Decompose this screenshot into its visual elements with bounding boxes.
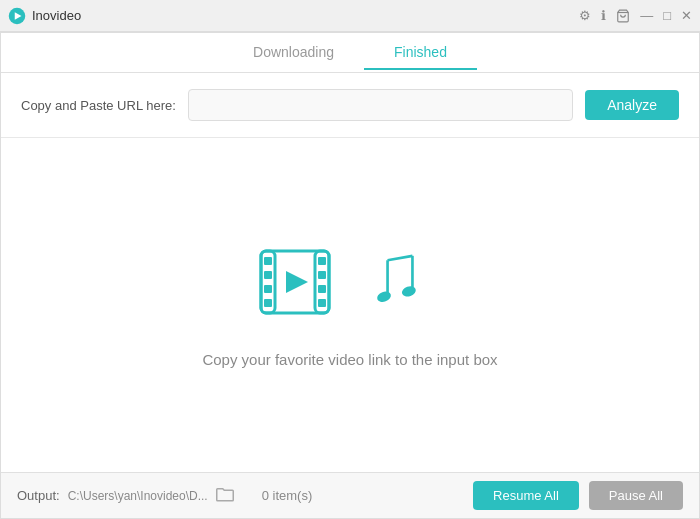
svg-rect-7 — [264, 271, 272, 279]
url-label: Copy and Paste URL here: — [21, 98, 176, 113]
items-count: 0 item(s) — [262, 488, 313, 503]
title-bar-left: Inovideo — [8, 7, 81, 25]
bottom-left: Output: C:\Users\yan\Inovideo\D... 0 ite… — [17, 486, 312, 506]
cart-icon[interactable] — [616, 9, 630, 23]
svg-line-17 — [387, 256, 412, 260]
music-note-icon — [368, 245, 448, 320]
svg-rect-13 — [318, 299, 326, 307]
output-path: C:\Users\yan\Inovideo\D... — [68, 489, 208, 503]
maximize-icon[interactable]: □ — [663, 8, 671, 23]
svg-rect-9 — [264, 299, 272, 307]
app-icon — [8, 7, 26, 25]
svg-rect-6 — [264, 257, 272, 265]
tab-downloading[interactable]: Downloading — [223, 36, 364, 70]
folder-icon[interactable] — [216, 486, 234, 506]
close-icon[interactable]: ✕ — [681, 8, 692, 23]
empty-state-message: Copy your favorite video link to the inp… — [202, 351, 497, 368]
tab-finished[interactable]: Finished — [364, 36, 477, 70]
bottom-right: Resume All Pause All — [473, 481, 683, 510]
output-label: Output: — [17, 488, 60, 503]
svg-rect-11 — [318, 271, 326, 279]
settings-icon[interactable]: ⚙ — [579, 8, 591, 23]
resume-all-button[interactable]: Resume All — [473, 481, 579, 510]
info-icon[interactable]: ℹ — [601, 8, 606, 23]
url-input[interactable] — [188, 89, 573, 121]
title-bar-controls: ⚙ ℹ — □ ✕ — [579, 8, 692, 23]
title-bar: Inovideo ⚙ ℹ — □ ✕ — [0, 0, 700, 32]
app-title: Inovideo — [32, 8, 81, 23]
minimize-icon[interactable]: — — [640, 8, 653, 23]
svg-rect-8 — [264, 285, 272, 293]
svg-marker-14 — [286, 271, 308, 293]
svg-rect-10 — [318, 257, 326, 265]
main-window: Downloading Finished Copy and Paste URL … — [0, 32, 700, 519]
illustration — [253, 243, 448, 323]
analyze-button[interactable]: Analyze — [585, 90, 679, 120]
tab-bar: Downloading Finished — [1, 33, 699, 73]
url-area: Copy and Paste URL here: Analyze — [1, 73, 699, 138]
svg-point-19 — [400, 284, 417, 298]
film-strip-icon — [253, 243, 348, 323]
svg-point-18 — [375, 290, 392, 304]
svg-rect-12 — [318, 285, 326, 293]
url-input-wrapper — [188, 89, 573, 121]
pause-all-button[interactable]: Pause All — [589, 481, 683, 510]
bottom-bar: Output: C:\Users\yan\Inovideo\D... 0 ite… — [1, 472, 699, 518]
content-area: Copy your favorite video link to the inp… — [1, 138, 699, 472]
